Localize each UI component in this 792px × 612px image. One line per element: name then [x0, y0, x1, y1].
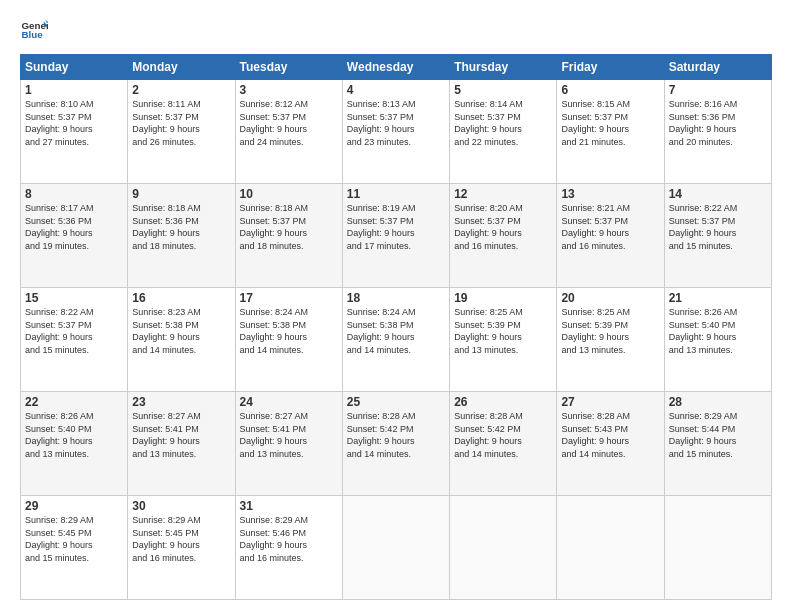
- day-number: 14: [669, 187, 767, 201]
- calendar-cell: 2Sunrise: 8:11 AMSunset: 5:37 PMDaylight…: [128, 80, 235, 184]
- cell-details: Sunrise: 8:25 AMSunset: 5:39 PMDaylight:…: [454, 306, 552, 356]
- cell-details: Sunrise: 8:29 AMSunset: 5:46 PMDaylight:…: [240, 514, 338, 564]
- cell-details: Sunrise: 8:27 AMSunset: 5:41 PMDaylight:…: [240, 410, 338, 460]
- cell-details: Sunrise: 8:10 AMSunset: 5:37 PMDaylight:…: [25, 98, 123, 148]
- cell-details: Sunrise: 8:13 AMSunset: 5:37 PMDaylight:…: [347, 98, 445, 148]
- cell-details: Sunrise: 8:24 AMSunset: 5:38 PMDaylight:…: [240, 306, 338, 356]
- cell-details: Sunrise: 8:27 AMSunset: 5:41 PMDaylight:…: [132, 410, 230, 460]
- calendar-cell: 15Sunrise: 8:22 AMSunset: 5:37 PMDayligh…: [21, 288, 128, 392]
- day-header-friday: Friday: [557, 55, 664, 80]
- day-number: 23: [132, 395, 230, 409]
- calendar-cell: 21Sunrise: 8:26 AMSunset: 5:40 PMDayligh…: [664, 288, 771, 392]
- calendar-cell: [664, 496, 771, 600]
- day-number: 8: [25, 187, 123, 201]
- day-number: 12: [454, 187, 552, 201]
- calendar-cell: 3Sunrise: 8:12 AMSunset: 5:37 PMDaylight…: [235, 80, 342, 184]
- header: General Blue: [20, 16, 772, 44]
- calendar-cell: 11Sunrise: 8:19 AMSunset: 5:37 PMDayligh…: [342, 184, 449, 288]
- day-number: 31: [240, 499, 338, 513]
- calendar-cell: 9Sunrise: 8:18 AMSunset: 5:36 PMDaylight…: [128, 184, 235, 288]
- day-number: 9: [132, 187, 230, 201]
- calendar-cell: 24Sunrise: 8:27 AMSunset: 5:41 PMDayligh…: [235, 392, 342, 496]
- cell-details: Sunrise: 8:23 AMSunset: 5:38 PMDaylight:…: [132, 306, 230, 356]
- cell-details: Sunrise: 8:29 AMSunset: 5:45 PMDaylight:…: [132, 514, 230, 564]
- day-number: 6: [561, 83, 659, 97]
- calendar-cell: 26Sunrise: 8:28 AMSunset: 5:42 PMDayligh…: [450, 392, 557, 496]
- day-number: 1: [25, 83, 123, 97]
- day-number: 3: [240, 83, 338, 97]
- calendar-cell: 29Sunrise: 8:29 AMSunset: 5:45 PMDayligh…: [21, 496, 128, 600]
- cell-details: Sunrise: 8:20 AMSunset: 5:37 PMDaylight:…: [454, 202, 552, 252]
- calendar-cell: 4Sunrise: 8:13 AMSunset: 5:37 PMDaylight…: [342, 80, 449, 184]
- day-number: 5: [454, 83, 552, 97]
- calendar-table: SundayMondayTuesdayWednesdayThursdayFrid…: [20, 54, 772, 600]
- cell-details: Sunrise: 8:22 AMSunset: 5:37 PMDaylight:…: [25, 306, 123, 356]
- calendar-cell: [342, 496, 449, 600]
- calendar-cell: 20Sunrise: 8:25 AMSunset: 5:39 PMDayligh…: [557, 288, 664, 392]
- day-header-thursday: Thursday: [450, 55, 557, 80]
- calendar-cell: 5Sunrise: 8:14 AMSunset: 5:37 PMDaylight…: [450, 80, 557, 184]
- calendar-cell: 28Sunrise: 8:29 AMSunset: 5:44 PMDayligh…: [664, 392, 771, 496]
- day-header-monday: Monday: [128, 55, 235, 80]
- cell-details: Sunrise: 8:18 AMSunset: 5:36 PMDaylight:…: [132, 202, 230, 252]
- calendar-cell: 8Sunrise: 8:17 AMSunset: 5:36 PMDaylight…: [21, 184, 128, 288]
- cell-details: Sunrise: 8:28 AMSunset: 5:42 PMDaylight:…: [347, 410, 445, 460]
- cell-details: Sunrise: 8:26 AMSunset: 5:40 PMDaylight:…: [25, 410, 123, 460]
- calendar-cell: 1Sunrise: 8:10 AMSunset: 5:37 PMDaylight…: [21, 80, 128, 184]
- calendar-cell: 7Sunrise: 8:16 AMSunset: 5:36 PMDaylight…: [664, 80, 771, 184]
- day-number: 13: [561, 187, 659, 201]
- calendar-cell: 27Sunrise: 8:28 AMSunset: 5:43 PMDayligh…: [557, 392, 664, 496]
- cell-details: Sunrise: 8:16 AMSunset: 5:36 PMDaylight:…: [669, 98, 767, 148]
- day-number: 18: [347, 291, 445, 305]
- calendar-cell: 16Sunrise: 8:23 AMSunset: 5:38 PMDayligh…: [128, 288, 235, 392]
- cell-details: Sunrise: 8:26 AMSunset: 5:40 PMDaylight:…: [669, 306, 767, 356]
- cell-details: Sunrise: 8:29 AMSunset: 5:45 PMDaylight:…: [25, 514, 123, 564]
- calendar-cell: 30Sunrise: 8:29 AMSunset: 5:45 PMDayligh…: [128, 496, 235, 600]
- day-number: 21: [669, 291, 767, 305]
- day-number: 19: [454, 291, 552, 305]
- calendar-cell: 22Sunrise: 8:26 AMSunset: 5:40 PMDayligh…: [21, 392, 128, 496]
- day-number: 30: [132, 499, 230, 513]
- day-number: 29: [25, 499, 123, 513]
- cell-details: Sunrise: 8:18 AMSunset: 5:37 PMDaylight:…: [240, 202, 338, 252]
- day-header-wednesday: Wednesday: [342, 55, 449, 80]
- cell-details: Sunrise: 8:29 AMSunset: 5:44 PMDaylight:…: [669, 410, 767, 460]
- day-header-tuesday: Tuesday: [235, 55, 342, 80]
- svg-text:Blue: Blue: [21, 29, 43, 40]
- cell-details: Sunrise: 8:28 AMSunset: 5:42 PMDaylight:…: [454, 410, 552, 460]
- day-number: 27: [561, 395, 659, 409]
- logo: General Blue: [20, 16, 52, 44]
- day-header-saturday: Saturday: [664, 55, 771, 80]
- day-number: 28: [669, 395, 767, 409]
- day-number: 2: [132, 83, 230, 97]
- logo-icon: General Blue: [20, 16, 48, 44]
- calendar-cell: 13Sunrise: 8:21 AMSunset: 5:37 PMDayligh…: [557, 184, 664, 288]
- calendar-cell: 10Sunrise: 8:18 AMSunset: 5:37 PMDayligh…: [235, 184, 342, 288]
- day-number: 7: [669, 83, 767, 97]
- cell-details: Sunrise: 8:22 AMSunset: 5:37 PMDaylight:…: [669, 202, 767, 252]
- cell-details: Sunrise: 8:15 AMSunset: 5:37 PMDaylight:…: [561, 98, 659, 148]
- cell-details: Sunrise: 8:12 AMSunset: 5:37 PMDaylight:…: [240, 98, 338, 148]
- calendar-cell: 14Sunrise: 8:22 AMSunset: 5:37 PMDayligh…: [664, 184, 771, 288]
- day-header-sunday: Sunday: [21, 55, 128, 80]
- calendar-cell: 12Sunrise: 8:20 AMSunset: 5:37 PMDayligh…: [450, 184, 557, 288]
- day-number: 16: [132, 291, 230, 305]
- cell-details: Sunrise: 8:25 AMSunset: 5:39 PMDaylight:…: [561, 306, 659, 356]
- calendar-cell: 18Sunrise: 8:24 AMSunset: 5:38 PMDayligh…: [342, 288, 449, 392]
- calendar-cell: [450, 496, 557, 600]
- day-number: 26: [454, 395, 552, 409]
- cell-details: Sunrise: 8:21 AMSunset: 5:37 PMDaylight:…: [561, 202, 659, 252]
- day-number: 24: [240, 395, 338, 409]
- cell-details: Sunrise: 8:19 AMSunset: 5:37 PMDaylight:…: [347, 202, 445, 252]
- cell-details: Sunrise: 8:28 AMSunset: 5:43 PMDaylight:…: [561, 410, 659, 460]
- day-number: 20: [561, 291, 659, 305]
- calendar-cell: 23Sunrise: 8:27 AMSunset: 5:41 PMDayligh…: [128, 392, 235, 496]
- cell-details: Sunrise: 8:24 AMSunset: 5:38 PMDaylight:…: [347, 306, 445, 356]
- day-number: 22: [25, 395, 123, 409]
- calendar-cell: 19Sunrise: 8:25 AMSunset: 5:39 PMDayligh…: [450, 288, 557, 392]
- day-number: 17: [240, 291, 338, 305]
- page: General Blue SundayMondayTuesdayWednesda…: [0, 0, 792, 612]
- cell-details: Sunrise: 8:14 AMSunset: 5:37 PMDaylight:…: [454, 98, 552, 148]
- calendar-cell: 6Sunrise: 8:15 AMSunset: 5:37 PMDaylight…: [557, 80, 664, 184]
- day-number: 15: [25, 291, 123, 305]
